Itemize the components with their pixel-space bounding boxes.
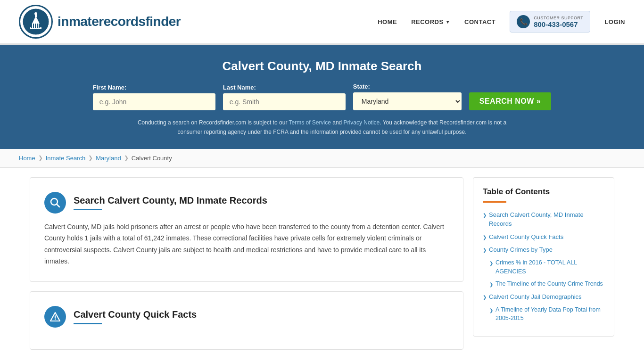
main-content: Search Calvert County, MD Inmate Records… bbox=[20, 168, 624, 362]
chevron-icon-6: ❯ bbox=[489, 307, 493, 314]
section-body-1: Calvert County, MD jails hold prisoners … bbox=[44, 221, 449, 267]
inmate-records-section: Search Calvert County, MD Inmate Records… bbox=[30, 177, 463, 282]
nav-home[interactable]: HOME bbox=[378, 18, 397, 25]
phone-icon: 📞 bbox=[517, 15, 530, 28]
customer-support-text: CUSTOMER SUPPORT 800-433-0567 bbox=[534, 16, 583, 28]
toc-item-0: ❯ Search Calvert County, MD Inmate Recor… bbox=[483, 210, 604, 229]
chevron-icon-3: ❯ bbox=[489, 260, 493, 267]
search-section-icon bbox=[44, 192, 66, 214]
state-field: State: Maryland Alabama Alaska Californi… bbox=[353, 83, 462, 110]
logo-area: inmaterecordsfinder bbox=[19, 5, 181, 39]
search-form: First Name: Last Name: State: Maryland A… bbox=[19, 83, 625, 110]
page-title: Calvert County, MD Inmate Search bbox=[19, 59, 625, 74]
breadcrumb-maryland[interactable]: Maryland bbox=[96, 155, 121, 162]
section-title-underline-1 bbox=[74, 209, 102, 210]
nav-contact[interactable]: CONTACT bbox=[464, 18, 495, 25]
svg-rect-7 bbox=[33, 24, 34, 28]
svg-rect-8 bbox=[35, 24, 36, 28]
nav-login[interactable]: LOGIN bbox=[604, 18, 625, 25]
breadcrumb-current: Calvert County bbox=[132, 155, 172, 162]
breadcrumb-sep-3: ❯ bbox=[124, 155, 129, 161]
chevron-icon-5: ❯ bbox=[483, 294, 487, 301]
nav-records[interactable]: RECORDS ▼ bbox=[411, 18, 450, 25]
toc-item-3: ❯ Crimes % in 2016 - TOTAL ALL AGENCIES bbox=[489, 258, 604, 276]
section-title-1: Search Calvert County, MD Inmate Records bbox=[74, 195, 267, 206]
chevron-icon-2: ❯ bbox=[483, 247, 487, 254]
site-header: inmaterecordsfinder HOME RECORDS ▼ CONTA… bbox=[0, 0, 644, 45]
customer-support-label: CUSTOMER SUPPORT bbox=[534, 16, 583, 20]
breadcrumb-sep-2: ❯ bbox=[88, 155, 93, 161]
quick-facts-section: Calvert County Quick Facts bbox=[30, 291, 463, 350]
toc-sub-list: ❯ Crimes % in 2016 - TOTAL ALL AGENCIES … bbox=[483, 258, 604, 288]
chevron-icon-4: ❯ bbox=[489, 281, 493, 288]
toc-underline bbox=[483, 201, 506, 203]
svg-rect-10 bbox=[39, 24, 40, 28]
breadcrumb: Home ❯ Inmate Search ❯ Maryland ❯ Calver… bbox=[0, 149, 644, 168]
content-left: Search Calvert County, MD Inmate Records… bbox=[30, 177, 473, 359]
section-header-2: Calvert County Quick Facts bbox=[44, 306, 449, 328]
toc-link-5[interactable]: ❯ Calvert County Jail Demographics bbox=[483, 292, 604, 302]
toc-list: ❯ Search Calvert County, MD Inmate Recor… bbox=[483, 210, 604, 323]
last-name-label: Last Name: bbox=[223, 84, 256, 91]
sidebar-right: Table of Contents ❯ Search Calvert Count… bbox=[473, 177, 614, 359]
toc-item-6: ❯ A Timeline of Yearly Data Pop Total fr… bbox=[489, 305, 604, 323]
breadcrumb-sep-1: ❯ bbox=[38, 155, 43, 161]
first-name-field: First Name: bbox=[93, 84, 215, 110]
warning-section-icon bbox=[44, 306, 66, 328]
state-select[interactable]: Maryland Alabama Alaska California Flori… bbox=[353, 92, 462, 110]
breadcrumb-home[interactable]: Home bbox=[19, 155, 35, 162]
main-nav: HOME RECORDS ▼ CONTACT 📞 CUSTOMER SUPPOR… bbox=[378, 11, 625, 33]
toc-item-2: ❯ County Crimes by Type bbox=[483, 245, 604, 255]
terms-link[interactable]: Terms of Service bbox=[289, 119, 331, 126]
toc-item-1: ❯ Calvert County Quick Facts bbox=[483, 232, 604, 242]
first-name-input[interactable] bbox=[93, 93, 215, 110]
toc-item-4: ❯ The Timeline of the County Crime Trend… bbox=[489, 280, 604, 288]
privacy-link[interactable]: Privacy Notice bbox=[344, 119, 380, 126]
toc-box: Table of Contents ❯ Search Calvert Count… bbox=[473, 177, 614, 337]
svg-point-5 bbox=[34, 12, 37, 15]
toc-link-1[interactable]: ❯ Calvert County Quick Facts bbox=[483, 232, 604, 242]
svg-rect-9 bbox=[37, 24, 38, 28]
breadcrumb-inmate-search[interactable]: Inmate Search bbox=[46, 155, 86, 162]
toc-link-2[interactable]: ❯ County Crimes by Type bbox=[483, 245, 604, 255]
toc-link-6[interactable]: ❯ A Timeline of Yearly Data Pop Total fr… bbox=[489, 305, 604, 323]
toc-link-3[interactable]: ❯ Crimes % in 2016 - TOTAL ALL AGENCIES bbox=[489, 258, 604, 276]
chevron-down-icon: ▼ bbox=[446, 19, 450, 25]
search-banner: Calvert County, MD Inmate Search First N… bbox=[0, 45, 644, 149]
toc-link-0[interactable]: ❯ Search Calvert County, MD Inmate Recor… bbox=[483, 210, 604, 229]
toc-item-5: ❯ Calvert County Jail Demographics bbox=[483, 292, 604, 302]
last-name-input[interactable] bbox=[223, 93, 346, 110]
search-disclaimer: Conducting a search on Recordsfinder.com… bbox=[133, 118, 511, 137]
customer-support-number: 800-433-0567 bbox=[534, 20, 583, 28]
svg-line-12 bbox=[57, 204, 60, 207]
chevron-icon-1: ❯ bbox=[483, 234, 487, 241]
search-button[interactable]: SEARCH NOW » bbox=[469, 92, 551, 110]
logo-text: inmaterecordsfinder bbox=[58, 14, 181, 29]
svg-rect-6 bbox=[31, 24, 32, 28]
section-title-underline-2 bbox=[74, 323, 102, 324]
first-name-label: First Name: bbox=[93, 84, 127, 91]
customer-support-box: 📞 CUSTOMER SUPPORT 800-433-0567 bbox=[510, 11, 590, 33]
section-header-1: Search Calvert County, MD Inmate Records bbox=[44, 192, 449, 214]
toc-sub-list-2: ❯ A Timeline of Yearly Data Pop Total fr… bbox=[483, 305, 604, 323]
state-label: State: bbox=[353, 83, 370, 90]
chevron-icon-0: ❯ bbox=[483, 212, 487, 219]
toc-title: Table of Contents bbox=[483, 187, 604, 197]
toc-link-4[interactable]: ❯ The Timeline of the County Crime Trend… bbox=[489, 280, 604, 288]
logo-icon bbox=[19, 5, 53, 39]
svg-point-15 bbox=[55, 319, 56, 320]
last-name-field: Last Name: bbox=[223, 84, 346, 110]
section-title-2: Calvert County Quick Facts bbox=[74, 309, 197, 320]
